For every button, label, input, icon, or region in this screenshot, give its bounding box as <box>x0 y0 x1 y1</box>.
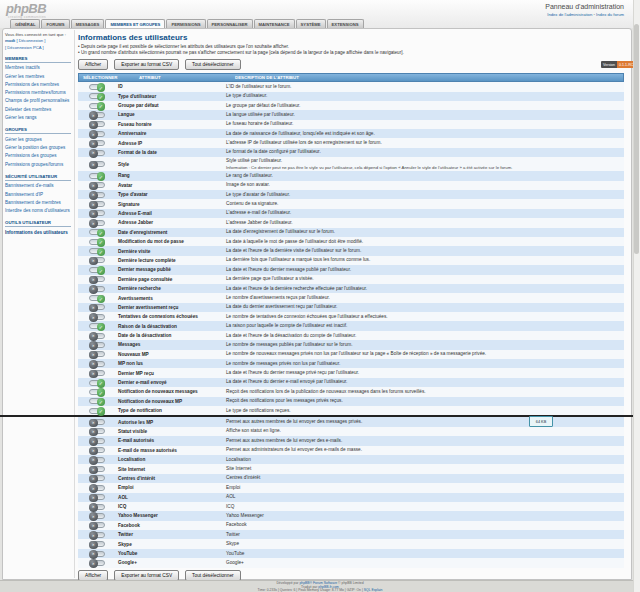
sidebar-item-permissions-des-groupes[interactable]: Permissions des groupes <box>5 152 71 160</box>
tab-permissions[interactable]: Permissions <box>166 19 205 29</box>
toggle-raison-de-la-desactivation[interactable]: ✓ <box>89 323 105 329</box>
select-cell: ✕ <box>78 304 116 310</box>
toggle-google[interactable]: ✕ <box>89 560 105 566</box>
toggle-facebook[interactable]: ✕ <box>89 522 105 528</box>
sidebar-item-gerer-les-membres[interactable]: Gérer les membres <box>5 73 71 81</box>
toggle-adresse-ip[interactable]: ✕ <box>89 140 105 146</box>
toggle-derniere-page-consultee[interactable]: ✕ <box>89 276 105 282</box>
toggle-avatar[interactable]: ✕ <box>89 182 105 188</box>
toggle-adresse-e-mail[interactable]: ✕ <box>89 210 105 216</box>
toggle-statut-visible[interactable]: ✕ <box>89 428 105 434</box>
sidebar-item-interdire-des-noms-d-utilisateurs[interactable]: Interdire des noms d'utilisateurs <box>5 207 71 215</box>
display-button-top[interactable]: Afficher <box>78 59 108 70</box>
export-csv-button-top[interactable]: Exporter au format CSV <box>114 59 179 70</box>
display-button-bottom[interactable]: Afficher <box>78 570 108 581</box>
sidebar-item-champs-de-profil-personnalises[interactable]: Champs de profil personnalisés <box>5 97 71 105</box>
sidebar-item-permissions-membres-forums[interactable]: Permissions membres/forums <box>5 89 71 97</box>
tab-extensions[interactable]: Extensions <box>327 19 364 29</box>
toggle-dernier-message-publie[interactable]: ✓ <box>89 267 105 273</box>
toggle-style[interactable]: ✕ <box>89 161 105 167</box>
toggle-mp-non-lus[interactable]: ✕ <box>89 361 105 367</box>
toggle-anniversaire[interactable]: ✕ <box>89 131 105 137</box>
toggle-rang[interactable]: ✓ <box>89 173 105 179</box>
sidebar-item-bannissement-de-membres[interactable]: Bannissement de membres <box>5 199 71 207</box>
sidebar-item-membres-inactifs[interactable]: Membres inactifs <box>5 64 71 72</box>
toggle-dernier-mp-recu[interactable]: ✕ <box>89 370 105 376</box>
select-cell: ✕ <box>78 551 116 557</box>
toggle-notification-de-nouveaux-mp[interactable]: ✓ <box>89 398 105 404</box>
attribute-description-text: La date et l'heure du dernier message pu… <box>226 267 624 273</box>
deselect-all-button-top[interactable]: Tout désélectionner <box>185 59 241 70</box>
sidebar-item-gerer-les-rangs[interactable]: Gérer les rangs <box>5 114 71 122</box>
toggle-skype[interactable]: ✕ <box>89 541 105 547</box>
attribute-name: Adresse IP <box>116 141 222 146</box>
toggle-date-de-la-desactivation[interactable]: ✕ <box>89 333 105 339</box>
deselect-all-button-bottom[interactable]: Tout désélectionner <box>185 570 241 581</box>
logout-link[interactable]: [ Déconnexion ] <box>16 38 45 43</box>
toggle-e-mail-de-masse-autorises[interactable]: ✕ <box>89 447 105 453</box>
toggle-fuseau-horaire[interactable]: ✕ <box>89 121 105 127</box>
select-cell: ✕ <box>78 201 116 207</box>
tab-forums[interactable]: Forums <box>41 19 69 29</box>
scrollbar[interactable] <box>633 0 640 592</box>
toggle-twitter[interactable]: ✕ <box>89 532 105 538</box>
select-cell: ✕ <box>78 112 116 118</box>
tab-maintenance[interactable]: Maintenance <box>254 19 295 29</box>
attribute-name: AOL <box>116 495 222 500</box>
toggle-type-d-utilisateur[interactable]: ✓ <box>89 93 105 99</box>
toggle-e-mail-autorises[interactable]: ✕ <box>89 438 105 444</box>
tab-general[interactable]: Général <box>10 19 40 29</box>
toggle-autorise-les-mp[interactable]: ✕ <box>89 419 105 425</box>
toggle-tentatives-de-connexions-echouees[interactable]: ✕ <box>89 314 105 320</box>
acp-logout-link[interactable]: [ Déconnexion PCA ] <box>5 45 44 50</box>
scrollbar-thumb[interactable] <box>634 24 639 254</box>
export-csv-button-bottom[interactable]: Exporter au format CSV <box>114 570 179 581</box>
sidebar-item-gerer-les-groupes[interactable]: Gérer les groupes <box>5 136 71 144</box>
toggle-signature[interactable]: ✕ <box>89 201 105 207</box>
toggle-langue[interactable]: ✕ <box>89 112 105 118</box>
attribute-description: La date et l'heure de la dernière recher… <box>222 286 624 292</box>
toggle-avertissements[interactable]: ✓ <box>89 295 105 301</box>
tab-systeme[interactable]: Système <box>296 19 326 29</box>
toggle-icq[interactable]: ✕ <box>89 504 105 510</box>
toggle-derniere-visite[interactable]: ✓ <box>89 248 105 254</box>
tab-messages[interactable]: Messages <box>71 19 105 29</box>
attribute-description: L'adresse IP de l'utilisateur utilisée l… <box>222 140 624 146</box>
toggle-dernier-e-mail-envoye[interactable]: ✓ <box>89 380 105 386</box>
sql-explain-link[interactable]: SQL Explain <box>364 588 383 592</box>
sidebar-item-delester-des-membres[interactable]: Délester des membres <box>5 106 71 114</box>
toggle-groupe-par-defaut[interactable]: ✓ <box>89 103 105 109</box>
cross-icon: ✕ <box>89 121 98 130</box>
toggle-id[interactable]: ✓ <box>89 84 105 90</box>
sidebar-item-bannissement-d-e-mails[interactable]: Bannissement d'e-mails <box>5 182 71 190</box>
forum-index-link[interactable]: Index du forum <box>596 12 624 17</box>
toggle-messages[interactable]: ✕ <box>89 342 105 348</box>
toggle-nouveaux-mp[interactable]: ✕ <box>89 351 105 357</box>
toggle-aol[interactable]: ✕ <box>89 494 105 500</box>
admin-index-link[interactable]: Index de l'administration <box>547 12 592 17</box>
toggle-youtube[interactable]: ✕ <box>89 551 105 557</box>
sidebar-item-permissions-groupes-forums[interactable]: Permissions groupes/forums <box>5 161 71 169</box>
toggle-date-d-enregistrement[interactable]: ✓ <box>89 229 105 235</box>
toggle-type-d-avatar[interactable]: ✕ <box>89 192 105 198</box>
tab-personnaliser[interactable]: Personnaliser <box>207 19 253 29</box>
toggle-type-de-notification[interactable]: ✓ <box>89 408 105 414</box>
tab-membres-et-groupes[interactable]: Membres et groupes <box>105 19 165 29</box>
toggle-yahoo-messenger[interactable]: ✕ <box>89 513 105 519</box>
toggle-emploi[interactable]: ✕ <box>89 485 105 491</box>
toggle-format-de-la-date[interactable]: ✕ <box>89 150 105 156</box>
sidebar-section: GroupesGérer les groupesGérer la positio… <box>5 127 71 169</box>
sidebar-item-bannissement-d-ip[interactable]: Bannissement d'IP <box>5 191 71 199</box>
toggle-site-internet[interactable]: ✕ <box>89 466 105 472</box>
toggle-notification-de-nouveaux-messages[interactable]: ✓ <box>89 389 105 395</box>
toggle-centres-d-interet[interactable]: ✕ <box>89 475 105 481</box>
toggle-localisation[interactable]: ✕ <box>89 457 105 463</box>
sidebar-item-permissions-des-membres[interactable]: Permissions des membres <box>5 81 71 89</box>
toggle-modification-du-mot-de-passe[interactable]: ✓ <box>89 239 105 245</box>
toggle-derniere-recherche[interactable]: ✕ <box>89 286 105 292</box>
sidebar-item-informations-des-utilisateurs[interactable]: Informations des utilisateurs <box>5 229 71 237</box>
toggle-derniere-lecture-complete[interactable]: ✕ <box>89 257 105 263</box>
toggle-adresse-jabber[interactable]: ✕ <box>89 220 105 226</box>
toggle-dernier-avertissement-recu[interactable]: ✕ <box>89 304 105 310</box>
sidebar-item-gerer-la-position-des-groupes[interactable]: Gérer la position des groupes <box>5 144 71 152</box>
